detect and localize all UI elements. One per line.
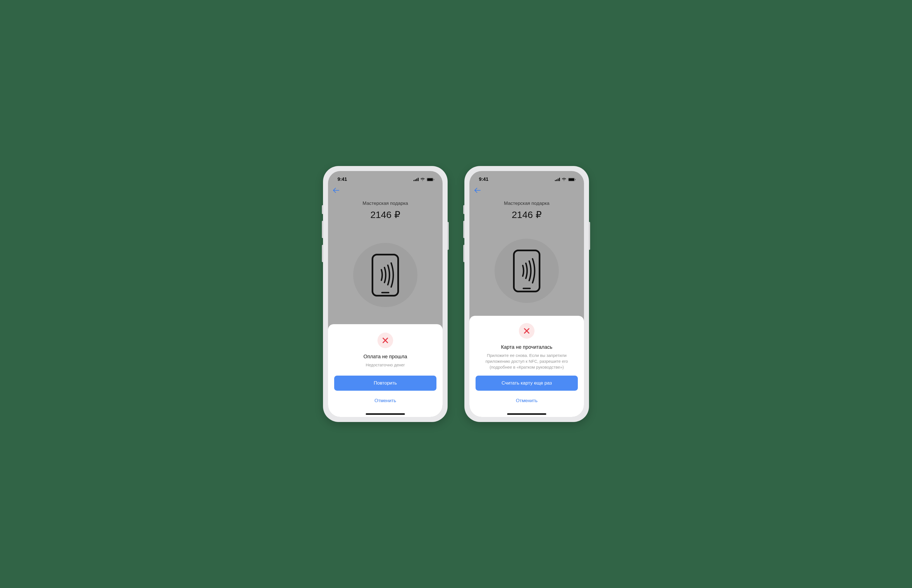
status-time: 9:41 (337, 177, 347, 182)
svg-rect-10 (556, 179, 557, 181)
retry-button[interactable]: Повторить (334, 376, 436, 391)
error-bottom-sheet: Карта не прочиталась Приложите ее снова.… (470, 316, 584, 417)
error-subtitle: Приложите ее снова. Если вы запретили пр… (476, 352, 578, 370)
wifi-icon (562, 178, 567, 181)
nfc-circle (495, 239, 559, 303)
home-indicator[interactable] (507, 414, 546, 415)
wifi-icon (420, 178, 425, 181)
svg-rect-2 (416, 179, 417, 181)
error-bottom-sheet: Оплата не прошла Недостаточно денег Повт… (328, 324, 442, 417)
svg-rect-14 (568, 178, 574, 181)
nav-bar (470, 185, 584, 196)
status-bar: 9:41 (328, 171, 442, 185)
nfc-area (470, 220, 584, 316)
merchant-info: Мастерская подарка 2146 ₽ (470, 196, 584, 220)
cellular-icon (555, 178, 560, 181)
svg-rect-11 (558, 179, 558, 181)
back-arrow-icon[interactable] (475, 187, 481, 194)
error-title: Карта не прочиталась (476, 344, 578, 350)
svg-rect-1 (415, 179, 416, 181)
nfc-circle (353, 243, 417, 307)
merchant-name: Мастерская подарка (328, 201, 442, 206)
svg-rect-9 (555, 180, 556, 181)
home-indicator[interactable] (366, 414, 405, 415)
merchant-name: Мастерская подарка (470, 201, 584, 206)
error-icon (378, 333, 393, 348)
nfc-phone-icon (513, 249, 541, 292)
cellular-icon (413, 178, 418, 181)
merchant-info: Мастерская подарка 2146 ₽ (328, 196, 442, 220)
svg-rect-12 (559, 178, 560, 181)
status-icons (413, 178, 434, 181)
error-title: Оплата не прошла (334, 354, 436, 360)
svg-rect-15 (575, 179, 576, 180)
status-icons (555, 178, 576, 181)
phone-power-button (447, 222, 449, 250)
svg-rect-5 (427, 178, 433, 181)
status-bar: 9:41 (470, 171, 584, 185)
phone-side-buttons (463, 205, 465, 269)
nav-bar (328, 185, 442, 196)
svg-rect-0 (413, 180, 414, 181)
svg-rect-6 (434, 179, 434, 180)
payment-amount: 2146 ₽ (470, 209, 584, 220)
phone-mockup-right: 9:41 Мастерская подарка 2146 ₽ (464, 166, 589, 422)
status-time: 9:41 (479, 177, 488, 182)
phone-mockup-left: 9:41 Мастерская подарка 2146 ₽ (323, 166, 448, 422)
phone-power-button (589, 222, 590, 250)
nfc-phone-icon (371, 254, 399, 297)
cancel-button[interactable]: Отменить (334, 396, 436, 406)
nfc-area (328, 220, 442, 324)
error-subtitle: Недостаточно денег (334, 362, 436, 368)
svg-rect-3 (418, 178, 418, 181)
battery-icon (568, 178, 576, 181)
back-arrow-icon[interactable] (333, 187, 339, 194)
cancel-button[interactable]: Отменить (476, 396, 578, 406)
screen: 9:41 Мастерская подарка 2146 ₽ (470, 171, 584, 417)
screen: 9:41 Мастерская подарка 2146 ₽ (328, 171, 442, 417)
error-icon (519, 323, 534, 339)
retry-button[interactable]: Считать карту еще раз (476, 376, 578, 391)
battery-icon (427, 178, 434, 181)
phone-side-buttons (322, 205, 323, 269)
payment-amount: 2146 ₽ (328, 209, 442, 220)
